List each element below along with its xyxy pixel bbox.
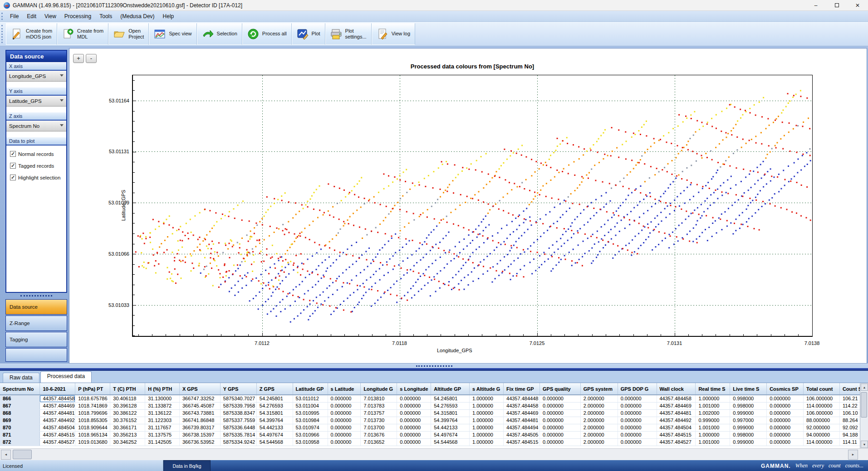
column-header-total-count[interactable]: Total count (804, 383, 840, 395)
data-cell[interactable]: 54.399764 (256, 417, 293, 424)
data-cell[interactable]: 0.000000 (539, 431, 580, 438)
data-cell[interactable]: 0.998000 (730, 395, 767, 402)
data-cell[interactable]: 1.001000 (696, 402, 730, 409)
axis-dropdown-z-axis[interactable]: Spectrum No (6, 121, 66, 131)
toolbar-button-plot[interactable]: Plot (292, 23, 325, 45)
data-cell[interactable]: 0.000000 (767, 417, 804, 424)
data-cell[interactable]: 0.000000 (767, 409, 804, 417)
toolbar-button-create-from-mdl[interactable]: Create fromMDL (57, 23, 108, 45)
data-cell[interactable]: 0.000000 (328, 438, 361, 446)
data-cell[interactable]: 54.442133 (256, 424, 293, 431)
toolbar-button-view-log[interactable]: View log (372, 23, 415, 45)
data-cell[interactable]: 0.000000 (397, 417, 431, 424)
data-cell[interactable]: 5875336.6448 (220, 424, 256, 431)
vertical-scrollbar[interactable]: ▲ ▼ (860, 383, 868, 448)
data-cell[interactable]: 0.000000 (618, 424, 657, 431)
data-cell[interactable]: 30.386122 (110, 409, 145, 417)
scroll-up-button[interactable]: ▲ (861, 384, 868, 391)
data-cell[interactable]: 1.000000 (470, 395, 504, 402)
column-header-10-6-2021[interactable]: 10-6-2021 (40, 383, 75, 395)
data-cell[interactable]: 31.142505 (145, 438, 180, 446)
data-cell[interactable]: 366736.53952 (179, 438, 220, 446)
column-header-t--c--pth[interactable]: T (C) PTH (110, 383, 145, 395)
checkbox-icon[interactable]: ✓ (10, 151, 16, 157)
data-cell[interactable]: 0.999000 (696, 417, 730, 424)
data-cell[interactable]: 114.000000 (804, 438, 840, 446)
data-cell[interactable]: 1018.741869 (75, 402, 110, 409)
toolbar-grip[interactable] (1, 25, 4, 43)
data-cell[interactable]: 2.000000 (580, 431, 618, 438)
column-header-fix-time-gp[interactable]: Fix time GP (504, 383, 540, 395)
data-cell[interactable]: 0.999000 (730, 409, 767, 417)
data-cell[interactable]: 1.000000 (470, 409, 504, 417)
data-cell[interactable]: 0.000000 (539, 409, 580, 417)
data-cell[interactable]: 0.000000 (328, 424, 361, 431)
data-cell[interactable]: 44357.484469 (504, 409, 540, 417)
data-cell[interactable]: 31.122303 (145, 417, 180, 424)
data-cell[interactable]: 0.000000 (618, 417, 657, 424)
data-cell[interactable]: 0.000000 (539, 417, 580, 424)
toolbar-button-spec-view[interactable]: Spec view (149, 23, 196, 45)
scroll-down-button[interactable]: ▼ (861, 441, 868, 448)
data-cell[interactable]: 44357.484527 (40, 438, 75, 446)
data-cell[interactable]: 0.999000 (730, 424, 767, 431)
tab-processed-data[interactable]: Processed data (40, 371, 92, 383)
data-cell[interactable]: 31.136122 (145, 409, 180, 417)
column-header-cosmics-sp[interactable]: Cosmics SP (767, 383, 804, 395)
data-cell[interactable]: 7.013676 (361, 431, 397, 438)
data-cell[interactable]: 1.000000 (696, 431, 730, 438)
data-cell[interactable]: 54.245801 (256, 395, 293, 402)
sidebar-item-data-source[interactable]: Data source (5, 299, 67, 315)
data-cell[interactable]: 54.497674 (256, 431, 293, 438)
menu-item-edit[interactable]: Edit (23, 13, 40, 19)
data-cell[interactable]: 31.133872 (145, 402, 180, 409)
column-header-altitude-gp[interactable]: Altitude GP (431, 383, 470, 395)
data-cell[interactable]: 53.010958 (293, 438, 328, 446)
data-cell[interactable]: 31.137575 (145, 431, 180, 438)
data-cell[interactable]: 0.000000 (539, 438, 580, 446)
column-header-live-time-s[interactable]: Live time S (730, 383, 767, 395)
data-cell[interactable]: 30.366171 (110, 424, 145, 431)
data-cell[interactable]: 44357.484504 (657, 424, 696, 431)
maximize-button[interactable] (826, 0, 847, 10)
data-cell[interactable]: 0.000000 (767, 395, 804, 402)
menu-item-view[interactable]: View (40, 13, 60, 19)
column-header-z-gps[interactable]: Z GPS (256, 383, 293, 395)
data-cell[interactable]: 1018.799696 (75, 409, 110, 417)
data-cell[interactable]: 0.000000 (397, 431, 431, 438)
data-cell[interactable]: 44357.484505 (504, 431, 540, 438)
data-cell[interactable]: 44357.484494 (504, 424, 540, 431)
data-cell[interactable]: 44357.484527 (657, 438, 696, 446)
data-cell[interactable]: 31.130000 (145, 395, 180, 402)
data-cell[interactable]: 44357.484515 (40, 431, 75, 438)
horizontal-scrollbar[interactable]: ◄ ► (0, 448, 868, 460)
data-cell[interactable]: 7.013652 (361, 438, 397, 446)
data-cell[interactable]: 366739.80317 (179, 424, 220, 431)
column-header-spectrum-no[interactable]: Spectrum No (0, 383, 40, 395)
data-cell[interactable]: 2.000000 (580, 424, 618, 431)
data-cell[interactable]: 54.276593 (256, 402, 293, 409)
data-cell[interactable]: 0.998000 (730, 402, 767, 409)
data-cell[interactable]: 54.544568 (431, 438, 470, 446)
zoom-in-button[interactable]: + (73, 54, 84, 63)
data-cell[interactable]: 366738.15397 (179, 431, 220, 438)
data-cell[interactable]: 1.000000 (470, 431, 504, 438)
checkbox-row-highlight-selection[interactable]: ✓Highlight selection (10, 175, 64, 180)
data-cell[interactable]: 5875340.7027 (220, 395, 256, 402)
data-cell[interactable]: 44357.484448 (504, 395, 540, 402)
data-cell[interactable]: 7.013730 (361, 417, 397, 424)
data-cell[interactable]: 106.000000 (804, 409, 840, 417)
column-header-gps-dop-g[interactable]: GPS DOP G (618, 383, 657, 395)
data-cell[interactable]: 1019.013680 (75, 438, 110, 446)
sidebar-splitter[interactable] (5, 293, 67, 298)
data-cell[interactable]: 7.013757 (361, 409, 397, 417)
data-cell[interactable]: 31.117657 (145, 424, 180, 431)
data-cell[interactable]: 5875339.7958 (220, 402, 256, 409)
scroll-left-button[interactable]: ◄ (1, 450, 11, 460)
data-cell[interactable]: 0.000000 (618, 431, 657, 438)
data-cell[interactable]: 44357.484458 (657, 395, 696, 402)
menu-item-file[interactable]: File (6, 13, 23, 19)
data-cell[interactable]: 1.000000 (470, 424, 504, 431)
data-cell[interactable]: 54.315801 (256, 409, 293, 417)
data-cell[interactable]: 5875335.7814 (220, 431, 256, 438)
